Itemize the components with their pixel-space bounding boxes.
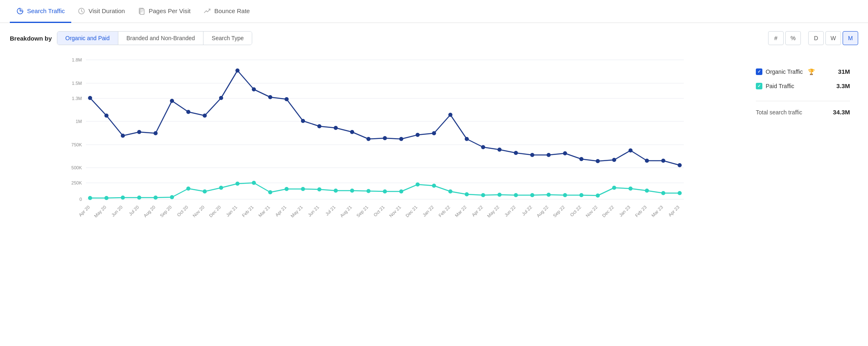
svg-text:May 21: May 21 xyxy=(289,205,303,219)
format-percent-button[interactable]: % xyxy=(785,31,801,45)
legend-name-paid: Paid Traffic xyxy=(766,83,794,89)
organic-dot xyxy=(154,131,158,135)
pages-icon xyxy=(138,7,145,15)
svg-text:Oct 20: Oct 20 xyxy=(176,205,189,217)
svg-text:Jun 20: Jun 20 xyxy=(111,205,124,218)
paid-dot xyxy=(366,189,371,193)
organic-dot xyxy=(678,163,682,167)
svg-text:500K: 500K xyxy=(71,165,82,170)
checkmark-paid: ✓ xyxy=(757,84,761,88)
organic-dot xyxy=(301,119,305,123)
organic-dot xyxy=(465,137,469,141)
legend-left-organic: ✓ Organic Traffic 🏆 xyxy=(756,68,815,75)
organic-dot xyxy=(104,114,108,118)
svg-text:Jan 22: Jan 22 xyxy=(422,205,435,218)
chart-svg: 1.8M 1.5M 1.3M 1M 750K 500K 250K 0 xyxy=(10,52,744,232)
svg-text:1.8M: 1.8M xyxy=(72,57,82,62)
period-week-button[interactable]: W xyxy=(825,31,841,45)
paid-dot xyxy=(432,184,436,188)
organic-dot xyxy=(563,151,567,155)
svg-text:Jun 21: Jun 21 xyxy=(307,205,320,218)
legend-value-organic: 31M xyxy=(838,68,850,75)
organic-dot xyxy=(285,97,289,101)
chart-legend-area: 1.8M 1.5M 1.3M 1M 750K 500K 250K 0 xyxy=(10,52,858,232)
checkmark-organic: ✓ xyxy=(757,69,761,74)
legend-area: ✓ Organic Traffic 🏆 31M ✓ Paid Traffic 3… xyxy=(744,52,858,232)
paid-dot xyxy=(661,191,665,195)
tab-pages-per-visit[interactable]: Pages Per Visit xyxy=(131,0,197,23)
svg-text:Jan 23: Jan 23 xyxy=(618,205,631,218)
paid-dot xyxy=(104,196,108,200)
tab-pages-per-visit-label: Pages Per Visit xyxy=(149,7,190,14)
svg-text:Aug 21: Aug 21 xyxy=(339,205,353,218)
paid-dot xyxy=(252,181,256,185)
paid-dot xyxy=(547,193,551,197)
organic-dot xyxy=(612,158,616,162)
breakdown-tab-branded[interactable]: Branded and Non-Branded xyxy=(118,32,203,45)
organic-dot xyxy=(579,157,583,161)
legend-check-paid[interactable]: ✓ xyxy=(756,83,762,89)
paid-dot xyxy=(88,196,92,200)
organic-dot xyxy=(334,126,338,130)
svg-text:Mar 22: Mar 22 xyxy=(454,205,468,218)
paid-dot xyxy=(448,189,452,193)
chart-area: 1.8M 1.5M 1.3M 1M 750K 500K 250K 0 xyxy=(10,52,744,232)
organic-dot xyxy=(170,99,174,103)
paid-dot xyxy=(383,189,387,193)
organic-dot xyxy=(661,159,665,163)
paid-dot xyxy=(530,193,534,197)
tab-bounce-rate[interactable]: Bounce Rate xyxy=(197,0,256,23)
right-controls: # % D W M xyxy=(768,31,858,45)
svg-text:Apr 21: Apr 21 xyxy=(274,205,287,217)
svg-text:Aug 20: Aug 20 xyxy=(142,205,156,218)
paid-dot xyxy=(612,186,616,190)
paid-dot xyxy=(628,187,633,191)
tab-bounce-rate-label: Bounce Rate xyxy=(214,7,250,14)
legend-check-organic[interactable]: ✓ xyxy=(756,68,762,75)
svg-text:May 22: May 22 xyxy=(486,205,500,219)
organic-dot xyxy=(252,87,256,91)
breakdown-tab-search-type[interactable]: Search Type xyxy=(203,32,252,45)
legend-item-paid: ✓ Paid Traffic 3.3M xyxy=(756,82,850,89)
organic-dot xyxy=(448,113,452,117)
svg-text:Nov 21: Nov 21 xyxy=(388,205,402,218)
tab-visit-duration-label: Visit Duration xyxy=(88,7,125,14)
organic-dot xyxy=(628,148,633,153)
paid-dot xyxy=(137,196,141,200)
legend-divider xyxy=(756,101,850,101)
breakdown-tab-organic-paid[interactable]: Organic and Paid xyxy=(57,32,118,45)
legend-total: Total search traffic 34.3M xyxy=(756,109,850,116)
legend-left-paid: ✓ Paid Traffic xyxy=(756,83,794,89)
format-hash-button[interactable]: # xyxy=(768,31,784,45)
paid-dot xyxy=(563,193,567,197)
svg-text:250K: 250K xyxy=(71,180,82,185)
organic-dot xyxy=(645,159,649,163)
organic-dot xyxy=(596,159,600,163)
paid-dot xyxy=(481,193,485,197)
paid-dot xyxy=(301,187,305,191)
svg-text:Jul 21: Jul 21 xyxy=(324,205,336,216)
organic-dot xyxy=(530,153,534,157)
svg-text:Apr 22: Apr 22 xyxy=(471,205,484,217)
trend-icon xyxy=(203,7,211,15)
svg-text:Sep 21: Sep 21 xyxy=(355,205,369,218)
legend-total-label: Total search traffic xyxy=(756,109,802,116)
period-month-button[interactable]: M xyxy=(843,31,858,45)
organic-dot xyxy=(137,130,141,134)
paid-dot xyxy=(645,189,649,193)
svg-text:May 20: May 20 xyxy=(93,205,107,219)
organic-dot xyxy=(203,114,207,118)
svg-text:Apr 23: Apr 23 xyxy=(667,205,680,217)
svg-text:Aug 22: Aug 22 xyxy=(536,205,549,218)
tab-visit-duration[interactable]: Visit Duration xyxy=(71,0,131,23)
svg-text:1.5M: 1.5M xyxy=(72,81,82,86)
breakdown-row: Breakdown by Organic and Paid Branded an… xyxy=(10,31,858,45)
svg-text:Sep 22: Sep 22 xyxy=(552,205,565,218)
paid-dot xyxy=(399,189,403,193)
period-day-button[interactable]: D xyxy=(808,31,824,45)
paid-dot xyxy=(514,193,518,197)
organic-dot xyxy=(219,96,223,100)
svg-text:1.3M: 1.3M xyxy=(72,96,82,101)
svg-text:Feb 23: Feb 23 xyxy=(634,205,648,218)
tab-search-traffic[interactable]: Search Traffic xyxy=(10,0,71,23)
